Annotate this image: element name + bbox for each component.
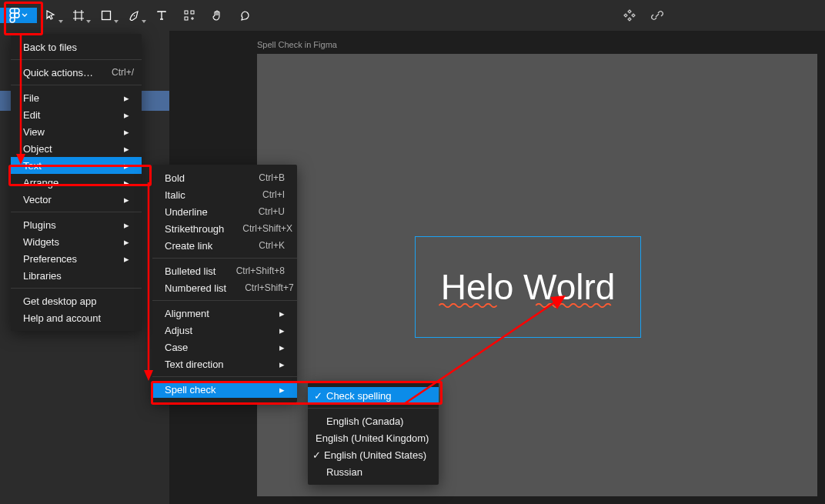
menu-lang-ru[interactable]: Russian	[308, 463, 439, 480]
text-icon	[156, 10, 167, 21]
menu-preferences[interactable]: Preferences▸	[11, 250, 142, 267]
spellcheck-squiggle-1	[429, 303, 506, 308]
menu-view[interactable]: View▸	[11, 123, 142, 140]
menu-lang-en-us[interactable]: ✓English (United States)	[308, 446, 439, 463]
menu-bold[interactable]: BoldCtrl+B	[152, 169, 297, 186]
menu-desktop-app[interactable]: Get desktop app	[11, 292, 142, 309]
rectangle-icon	[101, 10, 112, 21]
resources-icon	[184, 10, 195, 21]
pen-icon	[129, 10, 139, 21]
menu-alignment[interactable]: Alignment▸	[152, 305, 297, 322]
svg-rect-3	[191, 11, 194, 14]
menu-edit[interactable]: Edit▸	[11, 106, 142, 123]
figma-menu-button[interactable]	[0, 8, 37, 23]
menu-adjust[interactable]: Adjust▸	[152, 322, 297, 339]
text-submenu: BoldCtrl+B ItalicCtrl+I UnderlineCtrl+U …	[152, 165, 297, 402]
menu-text-direction[interactable]: Text direction▸	[152, 355, 297, 372]
text-content: Helo Wolrd	[441, 266, 616, 308]
svg-rect-4	[185, 17, 188, 20]
comment-icon	[239, 10, 250, 21]
arrow-cursor-icon	[45, 10, 56, 21]
menu-vector[interactable]: Vector▸	[11, 191, 142, 208]
menu-quick-actions[interactable]: Quick actions…Ctrl+/	[11, 64, 142, 81]
top-toolbar	[0, 0, 825, 31]
menu-object[interactable]: Object▸	[11, 140, 142, 157]
link-icon	[651, 9, 663, 22]
menu-underline[interactable]: UnderlineCtrl+U	[152, 203, 297, 220]
menu-case[interactable]: Case▸	[152, 339, 297, 355]
menu-strikethrough[interactable]: StrikethroughCtrl+Shift+X	[152, 220, 297, 237]
menu-help[interactable]: Help and account	[11, 309, 142, 326]
menu-back-to-files[interactable]: Back to files	[11, 38, 142, 55]
shape-tool[interactable]	[92, 0, 120, 31]
text-node[interactable]: Helo Wolrd	[415, 236, 641, 338]
main-menu: Back to files Quick actions…Ctrl+/ File▸…	[11, 34, 142, 331]
menu-lang-en-ca[interactable]: English (Canada)	[308, 412, 439, 429]
menu-numbered-list[interactable]: Numbered listCtrl+Shift+7	[152, 279, 297, 296]
menu-bulleted-list[interactable]: Bulleted listCtrl+Shift+8	[152, 262, 297, 279]
text-tool[interactable]	[148, 0, 175, 31]
svg-rect-1	[102, 12, 111, 20]
frame-label: Spell Check in Figma	[257, 40, 337, 49]
resources-tool[interactable]	[175, 0, 203, 31]
chevron-down-icon	[22, 12, 28, 18]
frame-tool[interactable]	[65, 0, 92, 31]
menu-libraries[interactable]: Libraries	[11, 267, 142, 284]
menu-file[interactable]: File▸	[11, 89, 142, 106]
menu-spell-check[interactable]: Spell check▸	[152, 381, 297, 398]
menu-check-spelling[interactable]: ✓Check spelling	[308, 387, 439, 404]
hand-icon	[212, 10, 222, 21]
figma-logo-icon	[9, 8, 20, 23]
share-link-button[interactable]	[643, 0, 671, 31]
menu-plugins[interactable]: Plugins▸	[11, 216, 142, 233]
menu-create-link[interactable]: Create linkCtrl+K	[152, 237, 297, 254]
spellcheck-squiggle-2	[523, 303, 623, 308]
menu-arrange[interactable]: Arrange▸	[11, 174, 142, 191]
menu-italic[interactable]: ItalicCtrl+I	[152, 186, 297, 203]
spell-check-submenu: ✓Check spelling English (Canada) English…	[308, 382, 439, 485]
svg-point-0	[15, 13, 19, 18]
components-button[interactable]	[616, 0, 643, 31]
move-tool[interactable]	[37, 0, 65, 31]
pen-tool[interactable]	[120, 0, 148, 31]
menu-text[interactable]: Text▸	[11, 157, 142, 174]
menu-lang-en-gb[interactable]: English (United Kingdom)	[308, 429, 439, 446]
menu-widgets[interactable]: Widgets▸	[11, 233, 142, 250]
frame-icon	[73, 10, 84, 21]
comment-tool[interactable]	[231, 0, 259, 31]
svg-rect-2	[185, 11, 188, 14]
components-icon	[623, 9, 636, 22]
hand-tool[interactable]	[203, 0, 231, 31]
